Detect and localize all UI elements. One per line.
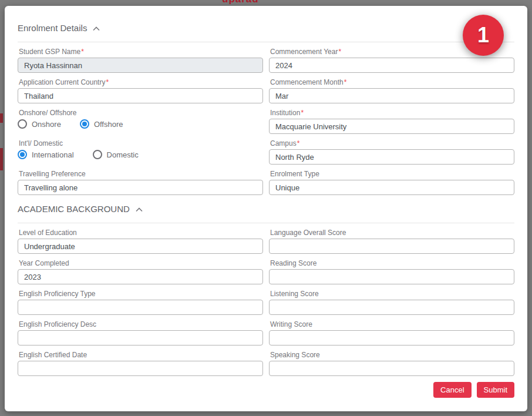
field-campus: Campus*: [269, 139, 514, 165]
english-certified-date-input[interactable]: [18, 361, 263, 376]
english-proficiency-desc-input[interactable]: [18, 330, 263, 345]
step-badge: 1: [463, 15, 504, 56]
field-year-completed: Year Completed: [18, 259, 263, 284]
field-enrolment-type: Enrolment Type: [269, 170, 514, 195]
field-commencement-month: Commencement Month*: [269, 78, 514, 103]
field-label: Student GSP Name: [19, 48, 80, 56]
language-overall-score-input[interactable]: [269, 239, 514, 254]
background-element: [0, 148, 3, 170]
radio-unchecked-icon: [93, 150, 102, 159]
enrolment-type-input[interactable]: [269, 180, 514, 195]
field-onshore-offshore: Onshore/ Offshore Onshore Offshore: [18, 109, 263, 134]
field-intl-domestic: Int'l/ Domestic International Domestic: [18, 139, 263, 165]
enrolment-modal: Enrolment Details Student GSP Name* Comm…: [5, 6, 527, 411]
travelling-preference-input[interactable]: [18, 180, 263, 195]
required-asterisk: *: [301, 109, 304, 117]
radio-offshore[interactable]: Offshore: [80, 119, 123, 129]
radio-onshore[interactable]: Onshore: [18, 119, 61, 129]
field-label: Commencement Month: [270, 78, 344, 86]
radio-unchecked-icon: [18, 119, 27, 129]
radio-domestic[interactable]: Domestic: [93, 150, 139, 159]
year-completed-input[interactable]: [18, 269, 263, 284]
field-listening-score: Listening Score: [269, 290, 514, 315]
field-reading-score: Reading Score: [269, 259, 514, 284]
step-badge-number: 1: [477, 23, 489, 48]
chevron-up-icon[interactable]: [92, 24, 101, 33]
field-student-gsp-name: Student GSP Name*: [18, 48, 263, 73]
field-label: Enrolment Type: [270, 170, 319, 178]
section-header-academic-background[interactable]: ACADEMIC BACKGROUND: [18, 203, 144, 215]
background-element: [0, 113, 3, 123]
field-label: Onshore/ Offshore: [19, 109, 77, 117]
commencement-month-input[interactable]: [269, 88, 514, 103]
radio-international[interactable]: International: [18, 150, 74, 159]
chevron-up-icon[interactable]: [134, 205, 144, 214]
section-header-enrolment-details[interactable]: Enrolment Details: [18, 22, 101, 34]
field-application-current-country: Application Current Country*: [18, 78, 263, 103]
field-english-certified-date: English Certified Date: [18, 351, 263, 376]
field-label: Level of Education: [19, 229, 77, 237]
field-label: Commencement Year: [270, 48, 338, 56]
writing-score-input[interactable]: [269, 330, 514, 345]
field-english-proficiency-type: English Proficiency Type: [18, 290, 263, 315]
field-label: Language Overall Score: [270, 229, 346, 237]
field-label: English Certified Date: [19, 351, 87, 359]
field-label: Speaking Score: [270, 351, 320, 359]
field-label: English Proficiency Type: [19, 290, 96, 298]
field-label: Campus: [270, 139, 297, 147]
required-asterisk: *: [338, 48, 341, 56]
speaking-score-input[interactable]: [269, 361, 514, 376]
field-label: Listening Score: [270, 290, 319, 298]
required-asterisk: *: [106, 78, 109, 86]
field-writing-score: Writing Score: [269, 320, 514, 345]
field-label: English Proficiency Desc: [19, 320, 96, 328]
listening-score-input[interactable]: [269, 300, 514, 315]
section-title-enrolment: Enrolment Details: [18, 22, 87, 34]
radio-checked-icon: [80, 119, 89, 129]
student-gsp-name-input[interactable]: [18, 58, 263, 73]
required-asterisk: *: [81, 48, 84, 56]
field-english-proficiency-desc: English Proficiency Desc: [18, 320, 263, 345]
campus-input[interactable]: [269, 149, 514, 165]
background-logo: uparad: [222, 0, 259, 5]
field-travelling-preference: Travelling Preference: [18, 170, 263, 195]
academic-form-grid: Level of Education Language Overall Scor…: [18, 223, 514, 376]
field-label: Reading Score: [270, 259, 316, 267]
field-speaking-score: Speaking Score: [269, 351, 514, 376]
required-asterisk: *: [344, 78, 347, 86]
field-language-overall-score: Language Overall Score: [269, 229, 514, 254]
section-title-academic: ACADEMIC BACKGROUND: [18, 203, 130, 215]
field-label: Institution: [270, 109, 300, 117]
enrolment-form-grid: Student GSP Name* Commencement Year* App…: [18, 42, 514, 195]
field-label: Travelling Preference: [19, 170, 86, 178]
field-label: Writing Score: [270, 320, 312, 328]
submit-button[interactable]: Submit: [477, 382, 514, 398]
modal-actions: Cancel Submit: [18, 382, 514, 398]
field-label: Application Current Country: [19, 78, 105, 86]
cancel-button[interactable]: Cancel: [433, 382, 471, 398]
field-institution: Institution*: [269, 109, 514, 134]
field-level-of-education: Level of Education: [18, 229, 263, 254]
institution-input[interactable]: [269, 119, 514, 134]
reading-score-input[interactable]: [269, 269, 514, 284]
field-label: Year Completed: [19, 259, 69, 267]
required-asterisk: *: [297, 139, 300, 147]
radio-checked-icon: [18, 150, 27, 159]
application-current-country-input[interactable]: [18, 88, 263, 103]
commencement-year-input[interactable]: [269, 58, 514, 73]
field-label: Int'l/ Domestic: [19, 139, 63, 147]
level-of-education-input[interactable]: [18, 239, 263, 254]
english-proficiency-type-input[interactable]: [18, 300, 263, 315]
